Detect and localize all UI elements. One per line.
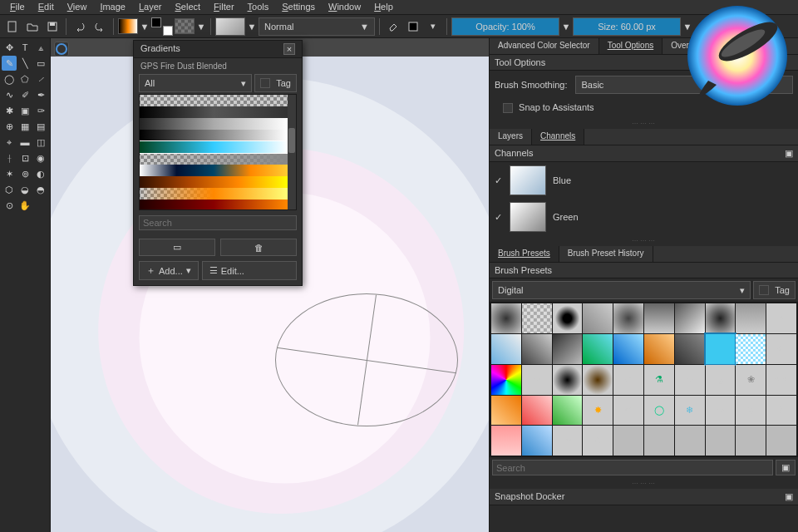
calligraphy-tool-icon[interactable]: ✑	[33, 103, 48, 118]
tab-layers[interactable]: Layers	[490, 129, 532, 145]
gradients-docker-titlebar[interactable]: Gradients ×	[134, 41, 302, 58]
brush-preset[interactable]	[583, 365, 613, 395]
brush-preset[interactable]: ⚗	[644, 365, 674, 395]
ellipse-tool-icon[interactable]: ◯	[2, 71, 17, 86]
path-select-tool-icon[interactable]: ◐	[33, 166, 48, 181]
menu-edit[interactable]: Edit	[32, 0, 61, 14]
brush-preset[interactable]	[491, 334, 521, 364]
bezier-select-tool-icon[interactable]: ◒	[17, 182, 32, 197]
menu-window[interactable]: Window	[322, 0, 367, 14]
brush-preset[interactable]	[644, 426, 674, 456]
pattern-swatch[interactable]	[175, 18, 195, 34]
menu-settings[interactable]: Settings	[275, 0, 322, 14]
rectangle-tool-icon[interactable]: ▭	[33, 56, 48, 71]
brush-preset[interactable]: ❀	[736, 365, 766, 395]
panel-grip[interactable]: ⋯⋯⋯	[490, 118, 798, 129]
freehand-select-tool-icon[interactable]: ⬡	[2, 182, 17, 197]
tab-brush-history[interactable]: Brush Preset History	[559, 246, 653, 262]
alpha-lock-icon[interactable]	[404, 17, 422, 36]
brush-preset[interactable]	[675, 303, 705, 333]
opacity-dropdown-icon[interactable]: ▼	[561, 17, 571, 36]
opacity-slider[interactable]: Opacity: 100%	[451, 17, 559, 36]
panel-grip[interactable]: ⋯⋯⋯	[490, 235, 798, 246]
move-tool-icon[interactable]: ✥	[2, 40, 17, 55]
brush-preset[interactable]	[736, 303, 766, 333]
brush-preset[interactable]	[491, 365, 521, 395]
crop-tool-icon[interactable]: ⟁	[33, 40, 48, 55]
assistant-tool-icon[interactable]: ◫	[33, 135, 48, 150]
brush-preset[interactable]: ∿	[766, 303, 796, 333]
gradient-item[interactable]	[140, 141, 288, 153]
gradients-docker[interactable]: Gradients × GPS Fire Dust Blended All ▾ …	[133, 40, 303, 286]
dynamic-brush-tool-icon[interactable]: ✒	[33, 87, 48, 102]
pan-tool-icon[interactable]: ✋	[17, 198, 32, 213]
snap-checkbox[interactable]	[503, 103, 513, 113]
gradient-item[interactable]	[140, 95, 288, 106]
magnetic-select-tool-icon[interactable]: ◓	[33, 182, 48, 197]
tab-advanced-color[interactable]: Advanced Color Selector	[490, 38, 599, 54]
edit-shapes-tool-icon[interactable]: ▣	[17, 103, 32, 118]
mirror-icon[interactable]: ▾	[424, 17, 442, 36]
brush-preset[interactable]: ⚘	[766, 396, 796, 426]
tab-channels[interactable]: Channels	[532, 129, 584, 145]
text-tool-icon[interactable]: ⊕	[2, 119, 17, 134]
gradient-item[interactable]	[140, 130, 288, 141]
brush-dropdown-icon[interactable]: ▼	[247, 17, 257, 36]
brush-preset[interactable]	[613, 334, 643, 364]
brush-preset[interactable]	[553, 365, 583, 395]
brush-preset[interactable]	[644, 334, 674, 364]
brush-preview[interactable]	[215, 17, 245, 36]
measure-tool-icon[interactable]: ⟊	[2, 150, 17, 165]
gradient-add-button[interactable]: ＋ Add... ▾	[139, 261, 199, 280]
brush-preset[interactable]: ✧	[675, 365, 705, 395]
gradient-folder-button[interactable]: ▭	[139, 239, 215, 256]
brush-preset[interactable]	[491, 426, 521, 456]
gradient-swatch[interactable]	[118, 18, 138, 34]
brush-category-dropdown[interactable]: Digital ▾	[492, 281, 751, 299]
gradient-item[interactable]	[140, 106, 288, 118]
gradient-item[interactable]	[140, 118, 288, 130]
gradient-item[interactable]	[140, 176, 288, 188]
brush-preset[interactable]	[613, 426, 643, 456]
gradient-item[interactable]	[140, 200, 288, 210]
brush-preset[interactable]: ℒ	[583, 426, 613, 456]
menu-view[interactable]: View	[61, 0, 94, 14]
pattern-tool-icon[interactable]: ▦	[17, 119, 32, 134]
brush-preset[interactable]: ✸	[583, 396, 613, 426]
gradient-list[interactable]	[139, 94, 297, 210]
ellipse-select-tool-icon[interactable]: ◉	[33, 150, 48, 165]
brush-preset[interactable]	[522, 396, 552, 426]
tab-tool-options[interactable]: Tool Options	[599, 38, 663, 54]
brush-preset[interactable]: ✦	[522, 365, 552, 395]
brush-preset[interactable]	[522, 303, 552, 333]
brush-preset[interactable]	[736, 334, 766, 364]
brush-preset[interactable]	[553, 303, 583, 333]
brush-preset[interactable]: ∿∿	[766, 365, 796, 395]
menu-image[interactable]: Image	[93, 0, 132, 14]
brush-options-icon[interactable]: ▣	[776, 460, 796, 475]
menu-filter[interactable]: Filter	[207, 0, 240, 14]
brush-preset[interactable]	[613, 303, 643, 333]
tag-checkbox[interactable]	[759, 285, 769, 295]
channel-visible-icon[interactable]: ✓	[493, 212, 503, 223]
brush-preset[interactable]: ☾	[766, 334, 796, 364]
redo-icon[interactable]	[91, 17, 109, 36]
save-file-icon[interactable]	[43, 17, 62, 36]
brush-preset[interactable]	[522, 334, 552, 364]
brush-preset[interactable]	[491, 303, 521, 333]
bezier-tool-icon[interactable]: ∿	[2, 87, 17, 102]
brush-preset[interactable]: ◯	[644, 396, 674, 426]
brush-preset[interactable]	[675, 334, 705, 364]
tab-brush-presets[interactable]: Brush Presets	[490, 246, 559, 262]
new-file-icon[interactable]	[3, 17, 22, 36]
brush-preset[interactable]: ❋	[736, 396, 766, 426]
brush-preset-selected[interactable]	[706, 334, 736, 364]
gradient-tag-button[interactable]: Tag	[254, 74, 297, 92]
brush-preset[interactable]	[736, 426, 766, 456]
menu-tools[interactable]: Tools	[241, 0, 276, 14]
channel-row-green[interactable]: ✓ Green	[490, 199, 798, 235]
menu-layer[interactable]: Layer	[132, 0, 169, 14]
contiguous-select-tool-icon[interactable]: ✶	[2, 166, 17, 181]
pattern-dropdown-icon[interactable]: ▼	[196, 17, 206, 36]
brush-preset[interactable]: ✦	[706, 396, 736, 426]
